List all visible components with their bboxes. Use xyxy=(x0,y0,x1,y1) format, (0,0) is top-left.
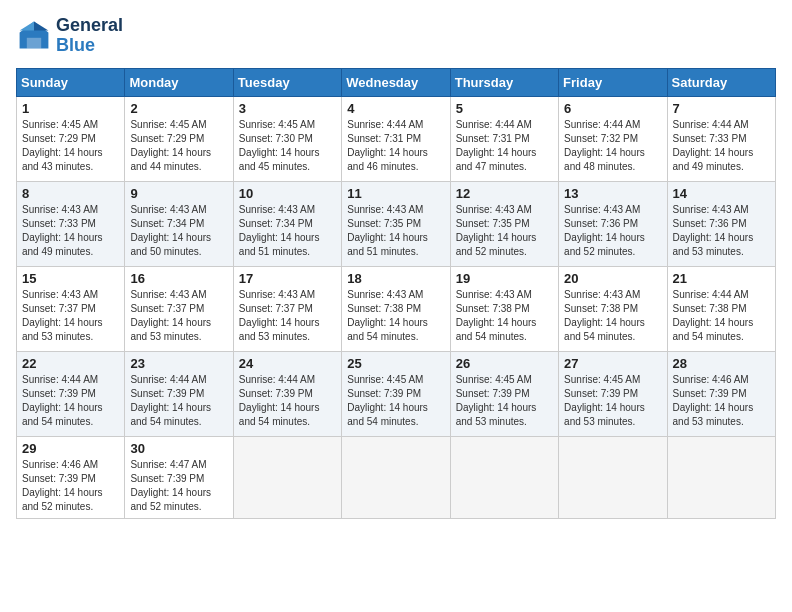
calendar-cell: 30 Sunrise: 4:47 AM Sunset: 7:39 PM Dayl… xyxy=(125,436,233,518)
weekday-header-sunday: Sunday xyxy=(17,68,125,96)
cell-info: Sunrise: 4:44 AM Sunset: 7:39 PM Dayligh… xyxy=(239,373,336,429)
day-number: 21 xyxy=(673,271,770,286)
cell-info: Sunrise: 4:47 AM Sunset: 7:39 PM Dayligh… xyxy=(130,458,227,514)
day-number: 29 xyxy=(22,441,119,456)
calendar-cell: 9 Sunrise: 4:43 AM Sunset: 7:34 PM Dayli… xyxy=(125,181,233,266)
day-number: 22 xyxy=(22,356,119,371)
cell-info: Sunrise: 4:45 AM Sunset: 7:39 PM Dayligh… xyxy=(564,373,661,429)
day-number: 17 xyxy=(239,271,336,286)
cell-info: Sunrise: 4:44 AM Sunset: 7:38 PM Dayligh… xyxy=(673,288,770,344)
day-number: 25 xyxy=(347,356,444,371)
cell-info: Sunrise: 4:43 AM Sunset: 7:33 PM Dayligh… xyxy=(22,203,119,259)
calendar-header: SundayMondayTuesdayWednesdayThursdayFrid… xyxy=(17,68,776,96)
logo-text: General Blue xyxy=(56,16,123,56)
calendar-cell: 28 Sunrise: 4:46 AM Sunset: 7:39 PM Dayl… xyxy=(667,351,775,436)
svg-marker-1 xyxy=(34,21,48,30)
cell-info: Sunrise: 4:44 AM Sunset: 7:33 PM Dayligh… xyxy=(673,118,770,174)
day-number: 7 xyxy=(673,101,770,116)
day-number: 11 xyxy=(347,186,444,201)
cell-info: Sunrise: 4:43 AM Sunset: 7:37 PM Dayligh… xyxy=(239,288,336,344)
day-number: 23 xyxy=(130,356,227,371)
calendar-cell: 24 Sunrise: 4:44 AM Sunset: 7:39 PM Dayl… xyxy=(233,351,341,436)
cell-info: Sunrise: 4:43 AM Sunset: 7:35 PM Dayligh… xyxy=(456,203,553,259)
weekday-header-tuesday: Tuesday xyxy=(233,68,341,96)
weekday-header-monday: Monday xyxy=(125,68,233,96)
cell-info: Sunrise: 4:43 AM Sunset: 7:38 PM Dayligh… xyxy=(456,288,553,344)
cell-info: Sunrise: 4:45 AM Sunset: 7:29 PM Dayligh… xyxy=(130,118,227,174)
day-number: 26 xyxy=(456,356,553,371)
calendar-cell: 8 Sunrise: 4:43 AM Sunset: 7:33 PM Dayli… xyxy=(17,181,125,266)
cell-info: Sunrise: 4:44 AM Sunset: 7:31 PM Dayligh… xyxy=(456,118,553,174)
day-number: 10 xyxy=(239,186,336,201)
day-number: 3 xyxy=(239,101,336,116)
logo: General Blue xyxy=(16,16,123,56)
cell-info: Sunrise: 4:45 AM Sunset: 7:30 PM Dayligh… xyxy=(239,118,336,174)
svg-rect-3 xyxy=(27,38,41,49)
calendar-cell: 5 Sunrise: 4:44 AM Sunset: 7:31 PM Dayli… xyxy=(450,96,558,181)
calendar-cell: 19 Sunrise: 4:43 AM Sunset: 7:38 PM Dayl… xyxy=(450,266,558,351)
cell-info: Sunrise: 4:43 AM Sunset: 7:34 PM Dayligh… xyxy=(239,203,336,259)
cell-info: Sunrise: 4:46 AM Sunset: 7:39 PM Dayligh… xyxy=(673,373,770,429)
calendar-cell: 21 Sunrise: 4:44 AM Sunset: 7:38 PM Dayl… xyxy=(667,266,775,351)
cell-info: Sunrise: 4:45 AM Sunset: 7:39 PM Dayligh… xyxy=(456,373,553,429)
calendar-cell: 14 Sunrise: 4:43 AM Sunset: 7:36 PM Dayl… xyxy=(667,181,775,266)
calendar-cell: 15 Sunrise: 4:43 AM Sunset: 7:37 PM Dayl… xyxy=(17,266,125,351)
cell-info: Sunrise: 4:43 AM Sunset: 7:37 PM Dayligh… xyxy=(22,288,119,344)
day-number: 20 xyxy=(564,271,661,286)
calendar-cell: 11 Sunrise: 4:43 AM Sunset: 7:35 PM Dayl… xyxy=(342,181,450,266)
day-number: 19 xyxy=(456,271,553,286)
calendar-cell xyxy=(233,436,341,518)
calendar-cell: 25 Sunrise: 4:45 AM Sunset: 7:39 PM Dayl… xyxy=(342,351,450,436)
cell-info: Sunrise: 4:45 AM Sunset: 7:29 PM Dayligh… xyxy=(22,118,119,174)
cell-info: Sunrise: 4:43 AM Sunset: 7:35 PM Dayligh… xyxy=(347,203,444,259)
calendar-table: SundayMondayTuesdayWednesdayThursdayFrid… xyxy=(16,68,776,519)
calendar-cell: 3 Sunrise: 4:45 AM Sunset: 7:30 PM Dayli… xyxy=(233,96,341,181)
logo-icon xyxy=(16,18,52,54)
calendar-cell xyxy=(559,436,667,518)
calendar-cell: 16 Sunrise: 4:43 AM Sunset: 7:37 PM Dayl… xyxy=(125,266,233,351)
day-number: 18 xyxy=(347,271,444,286)
cell-info: Sunrise: 4:43 AM Sunset: 7:34 PM Dayligh… xyxy=(130,203,227,259)
cell-info: Sunrise: 4:44 AM Sunset: 7:39 PM Dayligh… xyxy=(130,373,227,429)
cell-info: Sunrise: 4:43 AM Sunset: 7:38 PM Dayligh… xyxy=(564,288,661,344)
cell-info: Sunrise: 4:43 AM Sunset: 7:36 PM Dayligh… xyxy=(673,203,770,259)
calendar-cell: 4 Sunrise: 4:44 AM Sunset: 7:31 PM Dayli… xyxy=(342,96,450,181)
day-number: 8 xyxy=(22,186,119,201)
cell-info: Sunrise: 4:45 AM Sunset: 7:39 PM Dayligh… xyxy=(347,373,444,429)
calendar-cell: 22 Sunrise: 4:44 AM Sunset: 7:39 PM Dayl… xyxy=(17,351,125,436)
day-number: 28 xyxy=(673,356,770,371)
cell-info: Sunrise: 4:44 AM Sunset: 7:32 PM Dayligh… xyxy=(564,118,661,174)
calendar-cell: 27 Sunrise: 4:45 AM Sunset: 7:39 PM Dayl… xyxy=(559,351,667,436)
cell-info: Sunrise: 4:43 AM Sunset: 7:36 PM Dayligh… xyxy=(564,203,661,259)
day-number: 30 xyxy=(130,441,227,456)
calendar-cell: 13 Sunrise: 4:43 AM Sunset: 7:36 PM Dayl… xyxy=(559,181,667,266)
weekday-header-friday: Friday xyxy=(559,68,667,96)
day-number: 4 xyxy=(347,101,444,116)
day-number: 9 xyxy=(130,186,227,201)
calendar-cell xyxy=(667,436,775,518)
calendar-cell: 12 Sunrise: 4:43 AM Sunset: 7:35 PM Dayl… xyxy=(450,181,558,266)
cell-info: Sunrise: 4:44 AM Sunset: 7:31 PM Dayligh… xyxy=(347,118,444,174)
svg-marker-2 xyxy=(20,21,34,30)
cell-info: Sunrise: 4:46 AM Sunset: 7:39 PM Dayligh… xyxy=(22,458,119,514)
calendar-cell: 10 Sunrise: 4:43 AM Sunset: 7:34 PM Dayl… xyxy=(233,181,341,266)
cell-info: Sunrise: 4:44 AM Sunset: 7:39 PM Dayligh… xyxy=(22,373,119,429)
day-number: 1 xyxy=(22,101,119,116)
weekday-header-thursday: Thursday xyxy=(450,68,558,96)
calendar-cell: 26 Sunrise: 4:45 AM Sunset: 7:39 PM Dayl… xyxy=(450,351,558,436)
cell-info: Sunrise: 4:43 AM Sunset: 7:37 PM Dayligh… xyxy=(130,288,227,344)
day-number: 6 xyxy=(564,101,661,116)
page-header: General Blue xyxy=(16,16,776,56)
day-number: 14 xyxy=(673,186,770,201)
day-number: 5 xyxy=(456,101,553,116)
calendar-cell: 7 Sunrise: 4:44 AM Sunset: 7:33 PM Dayli… xyxy=(667,96,775,181)
calendar-cell: 1 Sunrise: 4:45 AM Sunset: 7:29 PM Dayli… xyxy=(17,96,125,181)
calendar-cell: 29 Sunrise: 4:46 AM Sunset: 7:39 PM Dayl… xyxy=(17,436,125,518)
calendar-cell xyxy=(342,436,450,518)
day-number: 13 xyxy=(564,186,661,201)
weekday-header-saturday: Saturday xyxy=(667,68,775,96)
day-number: 27 xyxy=(564,356,661,371)
calendar-cell: 18 Sunrise: 4:43 AM Sunset: 7:38 PM Dayl… xyxy=(342,266,450,351)
calendar-cell: 2 Sunrise: 4:45 AM Sunset: 7:29 PM Dayli… xyxy=(125,96,233,181)
calendar-cell: 6 Sunrise: 4:44 AM Sunset: 7:32 PM Dayli… xyxy=(559,96,667,181)
